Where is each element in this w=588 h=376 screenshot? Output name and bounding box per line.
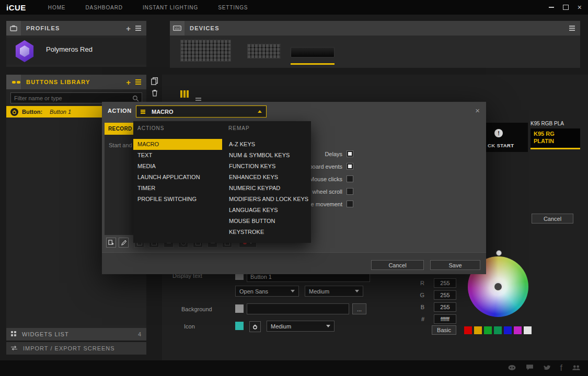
modal-cancel-button[interactable]: Cancel xyxy=(371,260,424,270)
preset-swatch[interactable] xyxy=(474,326,482,334)
button-item-name: Button 1 xyxy=(50,109,71,115)
discord-icon[interactable] xyxy=(508,363,516,373)
buttons-library-menu-icon[interactable] xyxy=(135,81,141,83)
font-family-value: Open Sans xyxy=(239,288,268,295)
hex-label: # xyxy=(417,316,424,322)
icon-size-select[interactable]: Medium xyxy=(267,321,335,332)
close-icon[interactable]: × xyxy=(578,4,582,11)
menu-item-numeric-keypad[interactable]: NUMERIC KEYPAD xyxy=(225,183,311,194)
font-size-select[interactable]: Medium xyxy=(305,286,363,297)
b-input[interactable] xyxy=(434,302,456,312)
action-type-select[interactable]: MACRO xyxy=(136,105,267,118)
option-wheel-scroll-checkbox[interactable] xyxy=(347,188,353,195)
preset-swatch[interactable] xyxy=(494,326,502,334)
add-profile-button[interactable]: + xyxy=(126,25,131,32)
menu-item-mouse-button[interactable]: MOUSE BUTTON xyxy=(225,216,311,227)
buttons-library-header: BUTTONS LIBRARY + xyxy=(6,75,146,89)
option-mouse-movement-checkbox[interactable] xyxy=(347,201,353,207)
record-sequence-tab[interactable]: RECORD SE xyxy=(105,123,135,135)
device-thumb-keyboard-1[interactable] xyxy=(180,40,231,62)
facebook-icon[interactable]: f xyxy=(560,363,562,373)
menu-item-profile-switching[interactable]: PROFILE SWITCHING xyxy=(133,194,222,205)
maximize-icon[interactable] xyxy=(563,5,569,10)
r-input[interactable] xyxy=(434,278,456,288)
chat-icon[interactable] xyxy=(526,363,534,373)
twitter-icon[interactable] xyxy=(543,363,551,373)
menu-item-text[interactable]: TEXT xyxy=(133,150,222,161)
device-art-line2: PLATIN xyxy=(534,138,554,144)
nav-settings[interactable]: SETTINGS xyxy=(218,5,248,10)
menu-item-macro[interactable]: MACRO xyxy=(133,139,222,150)
devices-title: DEVICES xyxy=(190,25,569,31)
preset-swatch[interactable] xyxy=(524,326,532,334)
nav-home[interactable]: HOME xyxy=(48,5,66,10)
option-mouse-clicks-checkbox[interactable] xyxy=(347,175,353,182)
preset-swatch[interactable] xyxy=(484,326,492,334)
device-thumb-selected[interactable] xyxy=(291,47,335,57)
widgets-list-bar[interactable]: WIDGETS LIST 4 xyxy=(6,328,146,340)
menu-item-launch-application[interactable]: LAUNCH APPLICATION xyxy=(133,172,222,183)
nav-dashboard[interactable]: DASHBOARD xyxy=(85,5,122,10)
font-family-select[interactable]: Open Sans xyxy=(235,286,299,297)
buttons-library-title: BUTTONS LIBRARY xyxy=(26,79,126,85)
profile-item[interactable]: Polymeros Red xyxy=(6,38,146,65)
device-thumb-keyboard-2[interactable] xyxy=(247,44,281,58)
profiles-menu-icon[interactable] xyxy=(135,28,141,29)
app-logo: iCUE xyxy=(6,3,26,12)
background-input[interactable] xyxy=(247,303,349,314)
preset-swatch[interactable] xyxy=(514,326,522,334)
editor-cancel-button[interactable]: Cancel xyxy=(532,214,573,224)
basic-colors-button[interactable]: Basic xyxy=(432,325,456,335)
background-color-swatch[interactable] xyxy=(235,304,244,313)
menu-item-modifiers-lock-keys[interactable]: MODIFIERS AND LOCK KEYS xyxy=(225,194,311,205)
device-art: K95 RG PLATIN xyxy=(531,128,580,149)
alert-icon: ! xyxy=(494,129,503,137)
color-wheel-selector[interactable] xyxy=(493,281,503,292)
add-button-button[interactable]: + xyxy=(126,78,131,86)
window-controls: × xyxy=(549,0,582,15)
grid-view-icon[interactable] xyxy=(180,90,182,100)
g-input[interactable] xyxy=(434,290,456,300)
community-icon[interactable] xyxy=(572,363,581,373)
add-action-button[interactable] xyxy=(106,238,116,248)
menu-item-enhanced-keys[interactable]: ENHANCED KEYS xyxy=(225,172,311,183)
device-selected-underline xyxy=(291,63,335,65)
preset-swatch[interactable] xyxy=(504,326,512,334)
menu-item-language-keys[interactable]: LANGUAGE KEYS xyxy=(225,205,311,216)
menu-item-keystroke[interactable]: KEYSTROKE xyxy=(225,227,311,238)
remap-column-header: REMAP xyxy=(228,125,250,131)
chevron-down-icon xyxy=(355,290,359,292)
menu-item-num-symbol-keys[interactable]: NUM & SYMBOL KEYS xyxy=(225,150,311,161)
quick-start-card[interactable]: ! CK START xyxy=(481,123,528,152)
icon-picker-button[interactable] xyxy=(249,321,261,332)
import-export-bar[interactable]: IMPORT / EXPORT SCREENS xyxy=(6,342,146,355)
icon-color-swatch[interactable] xyxy=(235,322,244,330)
menu-item-function-keys[interactable]: FUNCTION KEYS xyxy=(225,161,311,172)
preset-swatch[interactable] xyxy=(464,326,472,334)
option-keyboard-events-checkbox[interactable] xyxy=(347,163,353,170)
nav-instant-lighting[interactable]: INSTANT LIGHTING xyxy=(143,5,198,10)
menu-item-media[interactable]: MEDIA xyxy=(133,161,222,172)
device-art-line1: K95 RG xyxy=(534,131,555,137)
menu-item-timer[interactable]: TIMER xyxy=(133,183,222,194)
chevron-down-icon xyxy=(326,325,330,327)
profiles-title: PROFILES xyxy=(26,25,126,31)
devices-sort-icon[interactable] xyxy=(569,28,575,29)
minimize-icon[interactable] xyxy=(549,7,554,8)
icon-size-value: Medium xyxy=(271,323,291,330)
trash-icon[interactable] xyxy=(152,89,158,99)
background-browse-button[interactable]: ... xyxy=(352,303,366,314)
menu-item-az-keys[interactable]: A-Z KEYS xyxy=(225,139,311,150)
menu-icon xyxy=(141,111,145,112)
device-name: K95 RGB PLA xyxy=(531,121,564,126)
edit-action-button[interactable] xyxy=(119,238,129,248)
profiles-list: Polymeros Red xyxy=(6,36,146,67)
modal-save-button[interactable]: Save xyxy=(430,260,480,270)
action-label: ACTION xyxy=(108,108,132,114)
color-wheel-handle[interactable] xyxy=(496,250,502,256)
button-item-type: Button: xyxy=(22,109,42,115)
duplicate-icon[interactable] xyxy=(151,77,158,87)
hex-input[interactable] xyxy=(434,314,456,324)
modal-close-icon[interactable]: × xyxy=(475,106,480,115)
option-delays-checkbox[interactable] xyxy=(347,150,353,157)
